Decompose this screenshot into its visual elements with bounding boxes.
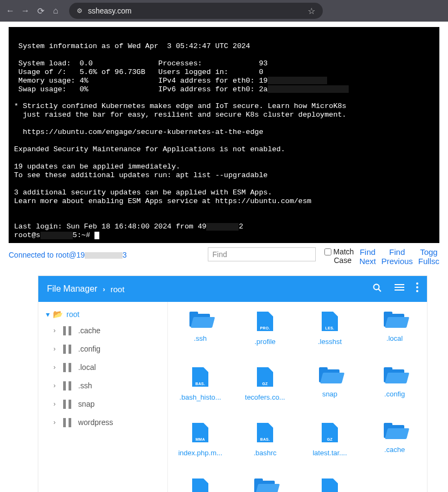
fm-sidebar: ▾ 📂 root ›▌▌.cache›▌▌.config›▌▌.local›▌▌… — [38, 302, 168, 492]
find-input[interactable]: Find — [208, 247, 316, 261]
file-item[interactable]: .local — [362, 312, 427, 346]
chevron-right-icon: › — [53, 327, 59, 334]
fm-location[interactable]: root — [111, 285, 125, 294]
svg-point-0 — [374, 284, 379, 289]
tree-item-label: snap — [78, 400, 94, 408]
search-icon[interactable] — [372, 282, 383, 296]
file-label: snap — [322, 390, 337, 398]
find-previous-link[interactable]: FindPrevious — [381, 247, 412, 266]
tree-item-label: .local — [78, 363, 96, 372]
term-line: Learn more about enabling ESM Apps servi… — [14, 197, 311, 205]
folder-icon: ▌▌ — [63, 345, 74, 353]
file-item[interactable] — [233, 478, 297, 492]
file-label: .profile — [254, 338, 275, 346]
forward-button[interactable]: → — [21, 6, 30, 16]
tree-root[interactable]: ▾ 📂 root — [43, 307, 163, 321]
svg-line-1 — [378, 289, 381, 292]
reload-button[interactable]: ⟳ — [36, 6, 45, 16]
file-item[interactable]: PRO..profile — [233, 312, 297, 346]
file-label: .bash_histo... — [179, 393, 221, 401]
chevron-right-icon: › — [53, 419, 59, 426]
terminal-output[interactable]: System information as of Wed Apr 3 05:42… — [9, 27, 439, 243]
folder-icon: ▌▌ — [63, 400, 74, 408]
folder-icon: ▌▌ — [63, 326, 74, 335]
tree-item-label: .cache — [78, 326, 100, 335]
file-label: .cache — [384, 446, 405, 454]
redacted-block — [268, 77, 327, 84]
term-line: System load: 0.0 Processes: 93 — [14, 59, 268, 68]
tree-item-label: .config — [78, 345, 100, 353]
folder-icon: ▌▌ — [63, 418, 74, 427]
file-manager-header: File Manager › root — [38, 276, 427, 302]
redacted-block — [85, 252, 123, 259]
file-label: .ssh — [194, 334, 207, 342]
file-item[interactable]: BAS..bashrc — [233, 423, 297, 457]
fm-title: File Manager — [47, 284, 97, 294]
caret-down-icon: ▾ — [46, 310, 50, 319]
file-item[interactable]: GZlatest.tar.... — [297, 423, 362, 457]
file-label: .lesshst — [318, 338, 342, 346]
file-item[interactable]: GZtecofers.co... — [233, 367, 297, 401]
toggle-fullscreen-link[interactable]: ToggFullsc — [418, 247, 439, 266]
term-line: To see these additional updates run: apt… — [14, 171, 268, 179]
redacted-block — [268, 85, 349, 93]
folder-open-icon — [384, 423, 405, 439]
file-icon: TXT — [192, 478, 208, 492]
folder-open-icon — [189, 312, 211, 328]
folder-open-icon — [319, 367, 341, 383]
tree-item-label: wordpress — [78, 418, 113, 427]
file-item[interactable]: .cache — [362, 423, 427, 457]
status-bar: Connected to root@193 Find Match Case Fi… — [0, 245, 448, 266]
term-prompt: root@s — [14, 231, 40, 239]
back-button[interactable]: ← — [5, 6, 15, 16]
file-icon: BAS. — [257, 423, 273, 442]
file-icon: GZ — [322, 423, 338, 442]
chevron-right-icon: › — [103, 285, 105, 293]
file-icon: GZ — [257, 367, 273, 387]
browser-toolbar: ← → ⟳ ⌂ ⚙ ssheasy.com ☆ — [0, 0, 448, 22]
tree-item[interactable]: ›▌▌wordpress — [43, 413, 163, 432]
file-manager: File Manager › root ▾ 📂 root ›▌▌.cache›▌… — [38, 275, 427, 492]
term-line: 3 additional security updates can be app… — [14, 188, 272, 197]
cursor-icon — [94, 232, 99, 239]
term-line: Usage of /: 5.6% of 96.73GB Users logged… — [14, 68, 263, 76]
file-item[interactable]: .config — [362, 367, 427, 401]
file-item[interactable]: snap — [297, 367, 362, 401]
file-item[interactable]: MMAindex.php.m... — [168, 423, 233, 457]
tree-item[interactable]: ›▌▌.local — [43, 358, 163, 376]
term-line: Memory usage: 4% IPv4 address for eth0: … — [14, 77, 268, 85]
file-icon: BAS. — [192, 367, 208, 387]
match-case-checkbox[interactable]: Match — [324, 247, 354, 256]
file-item[interactable]: LES..lesshst — [297, 312, 362, 346]
file-label: index.php.m... — [178, 449, 222, 457]
file-icon: MMA — [192, 423, 208, 442]
view-list-icon[interactable] — [395, 282, 404, 296]
file-item[interactable]: .ssh — [168, 312, 233, 346]
term-line: 19 updates can be applied immediately. — [14, 163, 180, 171]
file-item[interactable]: BAS..bash_histo... — [168, 367, 233, 401]
address-bar[interactable]: ⚙ ssheasy.com ☆ — [69, 3, 323, 19]
file-item[interactable]: TXT — [168, 478, 233, 492]
file-item[interactable]: MYS. — [297, 478, 362, 492]
term-line: * Strictly confined Kubernetes makes edg… — [14, 102, 347, 110]
tree-item[interactable]: ›▌▌.config — [43, 340, 163, 358]
home-button[interactable]: ⌂ — [51, 6, 60, 16]
bookmark-star-icon[interactable]: ☆ — [308, 6, 315, 16]
file-icon: LES. — [322, 312, 338, 331]
term-line: https://ubuntu.com/engage/secure-kuberne… — [14, 128, 263, 136]
tree-item[interactable]: ›▌▌.cache — [43, 321, 163, 340]
tree-item-label: .ssh — [78, 381, 92, 390]
more-menu-icon[interactable] — [416, 282, 418, 296]
find-next-link[interactable]: FindNext — [359, 247, 376, 266]
folder-open-icon — [384, 312, 405, 328]
chevron-right-icon: › — [53, 363, 59, 371]
tree-item[interactable]: ›▌▌snap — [43, 395, 163, 413]
site-settings-icon[interactable]: ⚙ — [77, 7, 83, 15]
tree-item[interactable]: ›▌▌.ssh — [43, 376, 163, 395]
file-label: tecofers.co... — [245, 393, 285, 401]
file-label: .config — [384, 390, 405, 398]
redacted-block — [40, 232, 73, 239]
chevron-right-icon: › — [53, 400, 59, 408]
fm-content: .sshPRO..profileLES..lesshst.localBAS..b… — [168, 302, 427, 492]
tree-root-label: root — [66, 310, 79, 319]
